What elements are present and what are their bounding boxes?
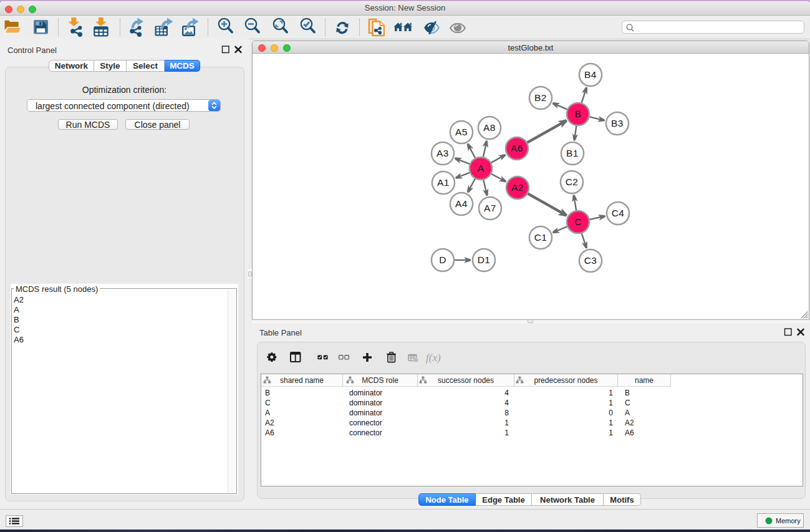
svg-text:C3: C3 bbox=[584, 255, 597, 266]
svg-text:B1: B1 bbox=[566, 148, 579, 158]
svg-text:A4: A4 bbox=[455, 198, 468, 209]
svg-text:C4: C4 bbox=[612, 208, 625, 218]
svg-text:A: A bbox=[478, 163, 485, 173]
svg-text:A2: A2 bbox=[511, 182, 524, 193]
svg-text:B: B bbox=[575, 109, 582, 119]
svg-text:C: C bbox=[574, 216, 582, 227]
svg-text:A3: A3 bbox=[436, 148, 449, 158]
svg-text:C2: C2 bbox=[566, 177, 579, 187]
svg-text:D1: D1 bbox=[478, 254, 491, 265]
svg-text:B2: B2 bbox=[534, 92, 547, 103]
svg-text:A5: A5 bbox=[455, 127, 468, 137]
svg-text:D: D bbox=[439, 254, 446, 265]
svg-text:A1: A1 bbox=[437, 177, 450, 188]
svg-text:A7: A7 bbox=[484, 203, 496, 213]
svg-text:C1: C1 bbox=[534, 232, 547, 243]
svg-text:A6: A6 bbox=[511, 143, 523, 153]
svg-text:A8: A8 bbox=[483, 122, 496, 133]
svg-text:B3: B3 bbox=[611, 118, 624, 128]
svg-text:B4: B4 bbox=[584, 69, 597, 80]
